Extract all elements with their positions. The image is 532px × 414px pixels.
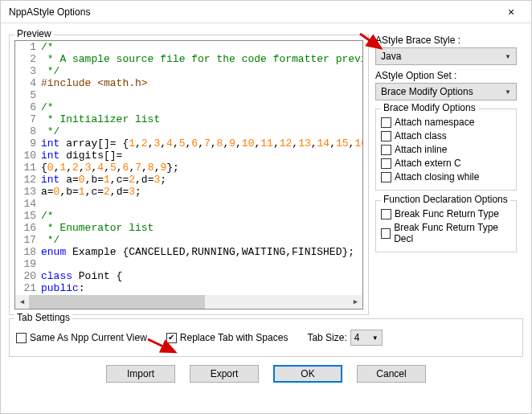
same-as-npp-label: Same As Npp Current View	[30, 332, 147, 343]
brace-style-value: Java	[381, 51, 401, 62]
code-text: * Initializer list	[41, 113, 160, 125]
brace-style-select[interactable]: Java ▼	[375, 47, 517, 65]
chevron-down-icon: ▼	[372, 334, 379, 342]
checkbox-icon[interactable]	[381, 158, 391, 169]
code-text: /*	[41, 210, 54, 222]
code-line: 12int a=0,b=1,c=2,d=3;	[15, 174, 362, 186]
code-line: 4#include <math.h>	[15, 77, 362, 89]
code-line: 7 * Initializer list	[15, 113, 362, 125]
checkbox-label: Attach inline	[395, 144, 447, 155]
tab-size-label: Tab Size:	[307, 332, 346, 343]
preview-legend: Preview	[14, 28, 54, 39]
line-number: 16	[15, 222, 41, 234]
scroll-right-icon[interactable]: ▶	[349, 295, 362, 309]
checkbox-option[interactable]: Attach inline	[381, 144, 511, 155]
code-line: 1/*	[15, 41, 362, 53]
option-set-label: AStyle Option Set :	[375, 70, 517, 81]
code-text: /*	[41, 101, 54, 113]
option-set-value: Brace Modify Options	[381, 86, 473, 97]
checkbox-checked-icon[interactable]	[166, 333, 177, 343]
line-number: 11	[15, 162, 41, 174]
code-line: 21public:	[15, 282, 362, 294]
code-text: * Enumerator list	[41, 222, 153, 234]
line-number: 18	[15, 246, 41, 258]
code-line: 14	[15, 198, 362, 210]
code-line: 8 */	[15, 125, 362, 137]
tab-size-select[interactable]: 4 ▼	[350, 330, 383, 346]
import-button[interactable]: Import	[106, 365, 175, 383]
checkbox-icon[interactable]	[381, 228, 391, 239]
line-number: 13	[15, 186, 41, 198]
checkbox-label: Attach closing while	[395, 171, 479, 182]
checkbox-option[interactable]: Break Func Return Type Decl	[381, 222, 511, 244]
scroll-track[interactable]	[29, 295, 349, 309]
code-text: class Point {	[41, 270, 122, 282]
line-number: 15	[15, 210, 41, 222]
code-line: 15/*	[15, 210, 362, 222]
checkbox-option[interactable]: Attach closing while	[381, 171, 511, 182]
code-text: {0,1,2,3,4,5,6,7,8,9};	[41, 162, 179, 174]
checkbox-option[interactable]: Attach extern C	[381, 158, 511, 169]
checkbox-label: Break Func Return Type	[395, 208, 499, 219]
code-line: 11{0,1,2,3,4,5,6,7,8,9};	[15, 162, 362, 174]
line-number: 2	[15, 53, 41, 65]
tab-size-field: Tab Size: 4 ▼	[307, 330, 382, 346]
tab-size-value: 4	[354, 332, 360, 343]
checkbox-icon[interactable]	[381, 172, 391, 182]
tab-settings-legend: Tab Settings	[14, 312, 72, 323]
horizontal-scrollbar[interactable]: ◀ ▶	[15, 295, 362, 309]
checkbox-option[interactable]: Break Func Return Type	[381, 208, 511, 219]
checkbox-label: Attach namespace	[395, 117, 474, 128]
code-line: 20class Point {	[15, 270, 362, 282]
tab-settings-group: Tab Settings Same As Npp Current View Re…	[9, 318, 523, 357]
checkbox-icon[interactable]	[381, 131, 391, 141]
cancel-button[interactable]: Cancel	[357, 365, 426, 383]
code-preview[interactable]: 1/*2 * A sample source file for the code…	[14, 40, 363, 309]
func-decl-legend: Function Declaration Options	[381, 194, 510, 205]
checkbox-icon[interactable]	[381, 117, 391, 128]
code-text: int a=0,b=1,c=2,d=3;	[41, 174, 166, 186]
checkbox-label: Attach extern C	[395, 158, 461, 169]
line-number: 8	[15, 125, 41, 137]
line-number: 20	[15, 270, 41, 282]
scroll-thumb[interactable]	[29, 295, 205, 309]
line-number: 14	[15, 198, 41, 210]
scroll-left-icon[interactable]: ◀	[15, 295, 29, 309]
code-line: 13a=0,b=1,c=2,d=3;	[15, 186, 362, 198]
window-title: NppAStyle Options	[9, 6, 90, 18]
code-text: * A sample source file for the code form…	[41, 53, 362, 65]
code-line: 16 * Enumerator list	[15, 222, 362, 234]
brace-modify-group: Brace Modify Options Attach namespaceAtt…	[375, 109, 517, 191]
code-text: */	[41, 234, 59, 246]
brace-style-label: AStyle Brace Style :	[375, 35, 517, 46]
options-panel: AStyle Brace Style : Java ▼ AStyle Optio…	[375, 28, 517, 315]
titlebar: NppAStyle Options ×	[1, 1, 531, 23]
line-number: 10	[15, 150, 41, 162]
checkbox-icon[interactable]	[381, 145, 391, 155]
ok-button[interactable]: OK	[273, 365, 342, 383]
replace-tab-label: Replace Tab with Spaces	[180, 332, 289, 343]
code-text: */	[41, 125, 59, 137]
line-number: 19	[15, 258, 41, 270]
chevron-down-icon: ▼	[505, 53, 511, 60]
code-text: int digits[]=	[41, 150, 122, 162]
option-set-select[interactable]: Brace Modify Options ▼	[375, 83, 517, 100]
checkbox-label: Break Func Return Type Decl	[394, 222, 511, 244]
code-line: 2 * A sample source file for the code fo…	[15, 53, 362, 65]
checkbox-option[interactable]: Attach namespace	[381, 117, 511, 128]
func-decl-group: Function Declaration Options Break Func …	[375, 200, 517, 252]
code-text: /*	[41, 41, 54, 53]
checkbox-icon[interactable]	[16, 333, 27, 343]
code-line: 18enum Example {CANCELLED,RUNNING,WAITIN…	[15, 246, 362, 258]
export-button[interactable]: Export	[190, 365, 259, 383]
checkbox-icon[interactable]	[381, 209, 391, 219]
close-button[interactable]: ×	[499, 1, 523, 23]
line-number: 1	[15, 41, 41, 53]
same-as-npp-option[interactable]: Same As Npp Current View	[16, 332, 147, 343]
line-number: 7	[15, 113, 41, 125]
checkbox-option[interactable]: Attach class	[381, 130, 511, 141]
code-line: 19	[15, 258, 362, 270]
code-text: enum Example {CANCELLED,RUNNING,WAITING,…	[41, 246, 354, 258]
replace-tab-option[interactable]: Replace Tab with Spaces	[166, 332, 289, 343]
code-text: public:	[41, 282, 85, 294]
